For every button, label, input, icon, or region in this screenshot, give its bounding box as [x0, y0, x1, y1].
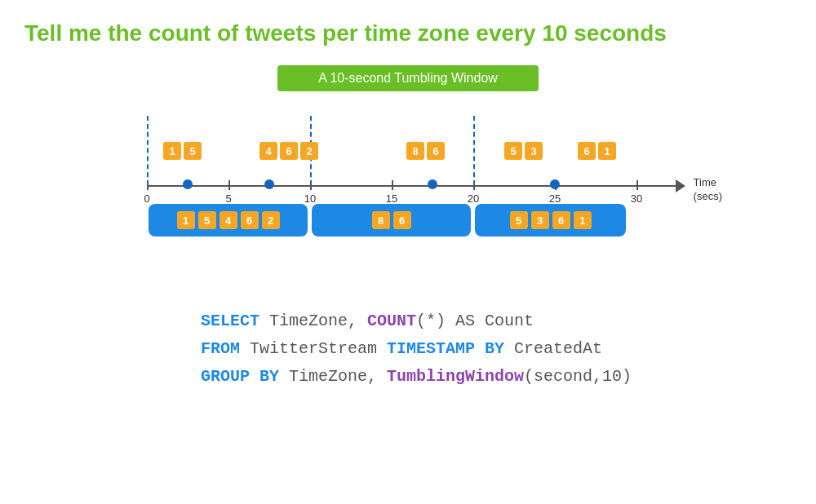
wb3-box-b: 3: [531, 211, 549, 229]
window-label: A 10-second Tumbling Window: [277, 65, 539, 91]
sql-container: SELECT TimeZone, COUNT(*) AS Count FROM …: [184, 307, 632, 391]
wb2-box-b: 6: [393, 211, 411, 229]
axis-label: Time(secs): [694, 176, 722, 204]
tweet-box-4a: 5: [504, 142, 522, 160]
tweet-box-3a: 8: [406, 142, 424, 160]
wb1-box-b: 5: [198, 211, 216, 229]
wb1-box-c: 4: [220, 211, 237, 229]
tick-5: [228, 180, 230, 190]
wb2-box-a: 8: [372, 211, 390, 229]
tick-label-15: 15: [386, 192, 397, 205]
wb1-box-d: 6: [241, 211, 259, 229]
sql-line2-mid1: TwitterStream: [240, 339, 387, 358]
sql-count-kw: COUNT: [367, 312, 416, 330]
dot-1: [183, 179, 193, 189]
tweet-box-3b: 6: [427, 142, 445, 160]
tweet-box-2b: 6: [280, 142, 298, 160]
sql-select-kw: SELECT: [201, 312, 259, 330]
sql-line3-mid: TimeZone,: [279, 367, 387, 386]
sql-by2-kw: BY: [250, 367, 279, 386]
tweet-group-4: 5 3: [504, 142, 543, 160]
vline-20: [473, 116, 475, 185]
timeline-container: Time(secs) 0 5 10 15 20 25 30: [139, 108, 677, 287]
tick-label-0: 0: [144, 192, 149, 205]
tweet-group-3: 8 6: [406, 142, 445, 160]
tick-15: [392, 180, 393, 190]
sql-line1-mid: TimeZone,: [259, 312, 367, 330]
page-container: Tell me the count of tweets per time zon…: [0, 0, 816, 504]
page-title: Tell me the count of tweets per time zon…: [24, 20, 792, 46]
sql-timestamp-kw: TIMESTAMP: [387, 339, 475, 358]
dot-2: [264, 179, 274, 189]
dot-3: [428, 179, 437, 189]
tweet-box-1a: 1: [163, 142, 181, 160]
window-bar-1: 1 5 4 6 2: [149, 204, 308, 237]
tweet-group-2: 4 6 2: [259, 142, 318, 160]
tick-label-20: 20: [468, 192, 479, 205]
sql-from-kw: FROM: [201, 339, 240, 358]
tweet-box-1b: 5: [184, 142, 202, 160]
sql-line3-end: (second,10): [524, 367, 632, 386]
sql-group-kw: GROUP: [201, 367, 250, 386]
wb1-box-a: 1: [177, 211, 195, 229]
window-bar-2: 8 6: [312, 204, 471, 237]
dot-4: [550, 179, 560, 189]
window-bar-3: 5 3 6 1: [475, 204, 626, 237]
tick-label-25: 25: [549, 192, 561, 205]
axis-arrow: [676, 179, 685, 192]
tweet-box-5a: 6: [578, 142, 596, 160]
sql-line2-end: CreatedAt: [504, 339, 602, 358]
sql-by-kw: BY: [475, 339, 504, 358]
wb1-box-e: 2: [262, 211, 280, 229]
wb3-box-a: 5: [510, 211, 528, 229]
tick-30: [636, 180, 638, 190]
tweet-box-2c: 2: [300, 142, 318, 160]
tick-label-5: 5: [225, 192, 231, 205]
wb3-box-d: 1: [574, 211, 592, 229]
axis-line: [147, 185, 677, 187]
tweet-box-5b: 1: [598, 142, 616, 160]
tweet-box-2a: 4: [259, 142, 277, 160]
vline-0: [147, 116, 149, 185]
sql-line1-end: (*) AS Count: [416, 312, 534, 330]
sql-line-1: SELECT TimeZone, COUNT(*) AS Count: [201, 307, 632, 335]
sql-line-2: FROM TwitterStream TIMESTAMP BY CreatedA…: [201, 335, 632, 363]
sql-tumbling-kw: TumblingWindow: [387, 367, 524, 386]
tick-label-30: 30: [631, 192, 642, 205]
sql-line-3: GROUP BY TimeZone, TumblingWindow(second…: [201, 363, 632, 391]
tweet-group-5: 6 1: [578, 142, 616, 160]
wb3-box-c: 6: [552, 211, 570, 229]
tweet-box-4b: 3: [525, 142, 543, 160]
tick-label-10: 10: [304, 192, 316, 205]
tweet-group-1: 1 5: [163, 142, 202, 160]
diagram-area: A 10-second Tumbling Window Time(secs) 0…: [24, 61, 792, 488]
